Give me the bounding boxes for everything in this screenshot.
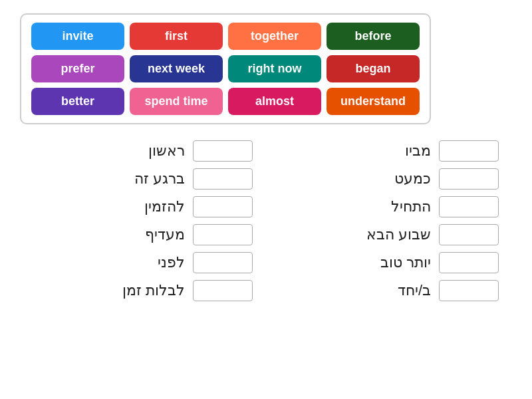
match-column-left: מביוכמעטהתחילשבוע הבאיותר טובב/יחד: [279, 140, 499, 301]
answer-box-row-left-1[interactable]: [439, 140, 499, 162]
main-container: invitefirsttogetherbeforeprefernext week…: [0, 0, 532, 315]
match-row-row-right-6: לבלות זמן: [33, 280, 253, 301]
match-row-row-left-5: יותר טוב: [279, 252, 499, 273]
match-row-row-left-2: כמעט: [279, 168, 499, 190]
word-btn-right-now[interactable]: right now: [228, 55, 321, 82]
match-column-right: ראשוןברגע זהלהזמיןמעדיףלפנילבלות זמן: [33, 140, 253, 301]
word-btn-almost[interactable]: almost: [228, 88, 321, 115]
word-btn-spend-time[interactable]: spend time: [130, 88, 223, 115]
match-row-row-right-4: מעדיף: [33, 224, 253, 245]
hebrew-label-row-right-6: לבלות זמן: [122, 282, 185, 299]
hebrew-label-row-right-3: להזמין: [144, 198, 185, 215]
match-row-row-right-1: ראשון: [33, 140, 253, 162]
hebrew-label-row-right-5: לפני: [158, 254, 185, 271]
match-row-row-right-3: להזמין: [33, 196, 253, 217]
hebrew-label-row-left-5: יותר טוב: [380, 254, 431, 271]
word-btn-before[interactable]: before: [327, 23, 420, 50]
word-btn-together[interactable]: together: [228, 23, 321, 50]
answer-box-row-right-4[interactable]: [193, 224, 253, 245]
match-row-row-left-4: שבוע הבא: [279, 224, 499, 245]
word-btn-next-week[interactable]: next week: [130, 55, 223, 82]
hebrew-label-row-left-3: התחיל: [391, 198, 431, 215]
hebrew-label-row-right-4: מעדיף: [145, 226, 185, 243]
hebrew-label-row-left-4: שבוע הבא: [366, 226, 431, 243]
word-btn-invite[interactable]: invite: [31, 23, 124, 50]
match-row-row-right-2: ברגע זה: [33, 168, 253, 190]
answer-box-row-right-5[interactable]: [193, 252, 253, 273]
word-bank-grid: invitefirsttogetherbeforeprefernext week…: [31, 23, 420, 115]
answer-box-row-right-2[interactable]: [193, 168, 253, 190]
answer-box-row-left-4[interactable]: [439, 224, 499, 245]
matching-area: ראשוןברגע זהלהזמיןמעדיףלפנילבלות זמן מבי…: [20, 140, 512, 301]
hebrew-label-row-left-1: מביו: [405, 142, 431, 160]
answer-box-row-right-6[interactable]: [193, 280, 253, 301]
word-btn-began[interactable]: began: [327, 55, 420, 82]
match-row-row-left-1: מביו: [279, 140, 499, 162]
match-row-row-right-5: לפני: [33, 252, 253, 273]
word-bank: invitefirsttogetherbeforeprefernext week…: [20, 13, 431, 124]
match-row-row-left-6: ב/יחד: [279, 280, 499, 301]
answer-box-row-right-3[interactable]: [193, 196, 253, 217]
word-btn-understand[interactable]: understand: [327, 88, 420, 115]
answer-box-row-left-3[interactable]: [439, 196, 499, 217]
hebrew-label-row-left-2: כמעט: [394, 170, 431, 188]
answer-box-row-left-6[interactable]: [439, 280, 499, 301]
answer-box-row-right-1[interactable]: [193, 140, 253, 162]
answer-box-row-left-5[interactable]: [439, 252, 499, 273]
answer-box-row-left-2[interactable]: [439, 168, 499, 190]
hebrew-label-row-right-2: ברגע זה: [134, 170, 185, 188]
hebrew-label-row-right-1: ראשון: [148, 142, 185, 160]
word-btn-first[interactable]: first: [130, 23, 223, 50]
hebrew-label-row-left-6: ב/יחד: [398, 282, 431, 299]
word-btn-prefer[interactable]: prefer: [31, 55, 124, 82]
match-row-row-left-3: התחיל: [279, 196, 499, 217]
word-btn-better[interactable]: better: [31, 88, 124, 115]
